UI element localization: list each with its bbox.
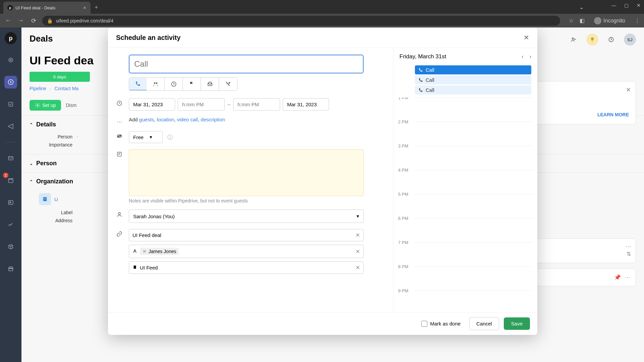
time-label: 4 PM bbox=[398, 168, 408, 173]
cal-event[interactable]: Call bbox=[415, 75, 531, 84]
start-date-input[interactable] bbox=[129, 98, 175, 111]
new-tab-button[interactable]: + bbox=[95, 4, 98, 11]
time-label: 5 PM bbox=[398, 192, 408, 197]
notes-hint: Notes are visible within Pipedrive, but … bbox=[129, 198, 387, 203]
calendar-date: Friday, March 31st bbox=[399, 53, 446, 60]
mark-done-checkbox[interactable]: Mark as done bbox=[421, 321, 461, 327]
nav-back-icon[interactable]: ← bbox=[4, 17, 12, 24]
time-label: 9 PM bbox=[398, 288, 408, 293]
svg-rect-25 bbox=[134, 265, 136, 268]
remove-deal-icon[interactable]: ✕ bbox=[356, 232, 360, 238]
sidebar-item-campaigns[interactable] bbox=[4, 120, 17, 133]
time-label: 7 PM bbox=[398, 240, 408, 245]
incognito-label: Incognito bbox=[603, 18, 625, 24]
sidebar-item-contacts[interactable] bbox=[4, 196, 17, 209]
user-icon bbox=[115, 212, 123, 218]
cal-event[interactable]: Call bbox=[415, 85, 531, 95]
sidebar-item-insights[interactable] bbox=[4, 218, 17, 231]
cal-prev-icon[interactable]: ‹ bbox=[522, 54, 523, 60]
notes-textarea[interactable] bbox=[129, 149, 364, 196]
modal-title: Schedule an activity bbox=[116, 34, 180, 42]
sidebar-item-focus[interactable] bbox=[4, 54, 17, 66]
svg-point-18 bbox=[156, 82, 157, 84]
busy-icon bbox=[115, 133, 123, 139]
chevron-down-icon: ▾ bbox=[357, 213, 359, 219]
chip-remove-icon[interactable]: ✕ bbox=[143, 249, 147, 254]
sidebar-item-marketplace[interactable] bbox=[4, 262, 17, 275]
time-label: 2 PM bbox=[398, 119, 408, 124]
activity-name-input[interactable] bbox=[129, 55, 364, 73]
type-call-button[interactable] bbox=[129, 77, 147, 90]
linked-person-input[interactable]: ✕James Jones ✕ bbox=[129, 245, 364, 258]
add-description-link[interactable]: description bbox=[201, 117, 225, 122]
svg-point-1 bbox=[10, 59, 12, 61]
tab-favicon-icon: p bbox=[7, 5, 13, 10]
sidebar-item-deals[interactable]: $ bbox=[4, 76, 17, 88]
info-icon[interactable]: ⓘ bbox=[167, 134, 173, 140]
cal-event[interactable]: Call bbox=[415, 65, 531, 74]
modal-close-icon[interactable]: ✕ bbox=[524, 34, 529, 42]
add-guests-link[interactable]: guests bbox=[139, 117, 154, 122]
save-button[interactable]: Save bbox=[504, 317, 530, 330]
app-logo-icon[interactable]: p bbox=[5, 32, 17, 44]
cancel-button[interactable]: Cancel bbox=[469, 317, 499, 330]
sidebar-item-calendar[interactable]: 2 bbox=[4, 174, 17, 187]
cal-next-icon[interactable]: › bbox=[530, 54, 531, 60]
remove-org-icon[interactable]: ✕ bbox=[356, 264, 360, 271]
lock-icon: 🔒 bbox=[47, 18, 53, 23]
tabs-dropdown-icon[interactable]: ⌄ bbox=[579, 4, 584, 10]
window-min-icon[interactable]: — bbox=[611, 3, 616, 8]
window-max-icon[interactable]: ▢ bbox=[624, 3, 629, 8]
sidebar-item-mail[interactable] bbox=[4, 152, 17, 165]
browser-tab[interactable]: p UI Feed deal - Deals ✕ bbox=[3, 2, 91, 14]
time-label: 3 PM bbox=[398, 143, 408, 148]
remove-person-icon[interactable]: ✕ bbox=[356, 248, 360, 255]
svg-point-17 bbox=[154, 82, 155, 84]
calendar-timeline[interactable]: 1 PM2 PM3 PM4 PM5 PM6 PM7 PM8 PM9 PM10 P… bbox=[393, 98, 537, 312]
svg-point-23 bbox=[118, 213, 120, 215]
chevron-down-icon: ▾ bbox=[150, 134, 152, 140]
bookmark-icon[interactable]: ☆ bbox=[569, 17, 574, 24]
type-task-button[interactable] bbox=[165, 78, 183, 90]
note-icon bbox=[115, 151, 123, 157]
linked-org-input[interactable]: UI Feed ✕ bbox=[129, 261, 364, 274]
owner-select[interactable]: Sarah Jonas (You) ▾ bbox=[129, 209, 364, 223]
type-email-button[interactable] bbox=[201, 78, 219, 90]
app-sidebar: p $ 2 bbox=[0, 27, 21, 362]
incognito-icon bbox=[594, 17, 601, 24]
svg-text:$: $ bbox=[10, 80, 11, 84]
sidebar-item-products[interactable] bbox=[4, 240, 17, 253]
svg-point-24 bbox=[134, 249, 136, 251]
nav-forward-icon[interactable]: → bbox=[17, 17, 25, 24]
add-video-link[interactable]: video call bbox=[177, 117, 198, 122]
sidebar-item-activities[interactable] bbox=[4, 98, 17, 111]
building-small-icon bbox=[132, 265, 137, 270]
type-meeting-button[interactable] bbox=[147, 78, 165, 90]
time-label: 1 PM bbox=[398, 98, 408, 100]
svg-point-0 bbox=[9, 58, 13, 62]
linked-deal-input[interactable]: UI Feed deal ✕ bbox=[129, 229, 364, 241]
end-time-input[interactable] bbox=[233, 98, 280, 111]
svg-rect-4 bbox=[9, 102, 13, 106]
extension-icon[interactable]: ◧ bbox=[580, 17, 585, 24]
menu-dots-icon[interactable]: ⋮ bbox=[635, 17, 640, 24]
tab-title: UI Feed deal - Deals bbox=[15, 5, 55, 10]
link-icon bbox=[115, 231, 123, 237]
add-location-link[interactable]: location bbox=[157, 117, 174, 122]
start-time-input[interactable] bbox=[178, 98, 225, 111]
type-lunch-button[interactable] bbox=[219, 78, 237, 90]
schedule-activity-modal: Schedule an activity ✕ bbox=[108, 27, 537, 335]
type-deadline-button[interactable] bbox=[183, 78, 201, 90]
end-date-input[interactable] bbox=[283, 98, 329, 111]
svg-point-8 bbox=[10, 201, 11, 202]
tab-close-icon[interactable]: ✕ bbox=[83, 5, 87, 10]
incognito-badge[interactable]: Incognito bbox=[591, 16, 629, 26]
url-text: uifeed.pipedrive.com/deal/4 bbox=[56, 18, 113, 23]
more-icon: ⋯ bbox=[115, 119, 123, 125]
window-close-icon[interactable]: ✕ bbox=[637, 3, 641, 8]
nav-reload-icon[interactable]: ⟳ bbox=[30, 17, 38, 24]
url-bar[interactable]: 🔒 uifeed.pipedrive.com/deal/4 bbox=[42, 16, 560, 26]
time-label: 8 PM bbox=[398, 264, 408, 269]
availability-select[interactable]: Free ▾ bbox=[129, 131, 163, 143]
sidebar-badge: 2 bbox=[3, 173, 8, 178]
